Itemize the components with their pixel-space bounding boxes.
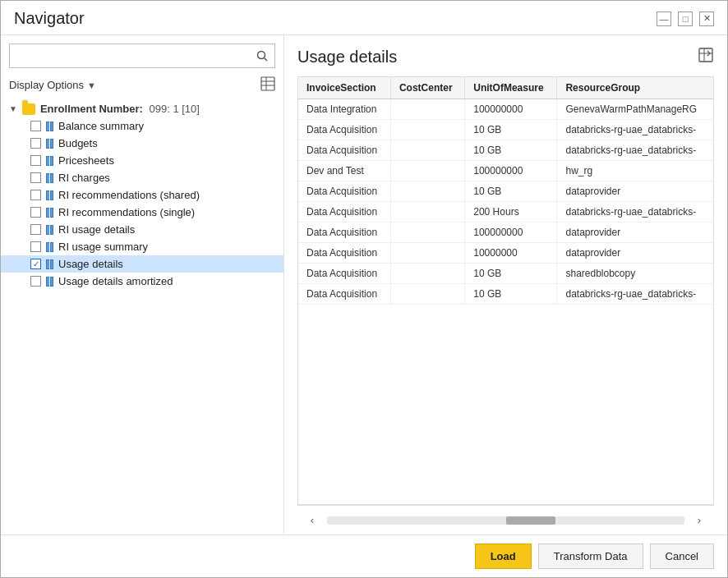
cancel-button[interactable]: Cancel <box>650 544 714 569</box>
table-row: Data Acquisition10 GBdatabricks-rg-uae_d… <box>298 120 713 140</box>
tree-item-ri-usage-details[interactable]: RI usage details <box>1 221 283 238</box>
table-row: Data Integration100000000GenevaWarmPathM… <box>298 99 713 120</box>
table-cell: Data Acquisition <box>298 264 390 284</box>
right-title: Usage details <box>297 48 397 67</box>
navigator-dialog: Navigator — □ ✕ Displa <box>0 0 728 578</box>
table-cell: Data Acquisition <box>298 243 390 264</box>
tree-item-ri-charges[interactable]: RI charges <box>1 169 283 186</box>
transform-data-button[interactable]: Transform Data <box>538 544 643 569</box>
table-cell: hw_rg <box>557 161 713 181</box>
table-cell: databricks-rg-uae_databricks- <box>557 202 713 222</box>
table-row: Dev and Test100000000hw_rg <box>298 161 713 181</box>
checkbox-budgets[interactable] <box>30 138 41 149</box>
table-cell <box>390 222 464 243</box>
table-cell: dataprovider <box>557 222 713 243</box>
tree-item-balance-summary[interactable]: Balance summary <box>1 117 283 135</box>
tree-action-button[interactable] <box>260 76 275 94</box>
load-button[interactable]: Load <box>475 544 532 569</box>
search-icon <box>256 50 268 62</box>
table-cell <box>390 120 464 140</box>
checkbox-usage-details-amortized[interactable] <box>30 276 41 287</box>
table-cell: 10 GB <box>465 264 557 284</box>
data-table-wrapper: InvoiceSection CostCenter UnitOfMeasure … <box>297 76 714 505</box>
tree-item-ri-usage-summary[interactable]: RI usage summary <box>1 238 283 255</box>
table-cell: Data Integration <box>298 99 390 120</box>
table-cell: 10 GB <box>465 140 557 161</box>
checkbox-usage-details[interactable] <box>30 259 41 269</box>
checkbox-ri-charges[interactable] <box>30 172 41 183</box>
table-cell: databricks-rg-uae_databricks- <box>557 284 713 305</box>
table-row: Data Acquisition10000000dataprovider <box>298 243 713 264</box>
minimize-button[interactable]: — <box>657 11 671 26</box>
table-cell: databricks-rg-uae_databricks- <box>557 120 713 140</box>
tree-item-usage-details[interactable]: Usage details <box>1 255 283 273</box>
table-cell: dataprovider <box>557 243 713 264</box>
svg-rect-6 <box>699 48 712 62</box>
label-ri-usage-details: RI usage details <box>58 223 135 236</box>
tree: ▼ Enrollment Number: 099: 1 [10] Balance… <box>1 100 283 534</box>
tree-item-ri-rec-single[interactable]: RI recommendations (single) <box>1 204 283 221</box>
table-cell <box>390 264 464 284</box>
search-button[interactable] <box>250 44 274 67</box>
dialog-footer: Load Transform Data Cancel <box>1 534 727 577</box>
scroll-right-button[interactable]: › <box>691 512 707 529</box>
checkbox-ri-usage-details[interactable] <box>30 224 41 235</box>
dialog-title: Navigator <box>14 9 85 28</box>
close-button[interactable]: ✕ <box>699 11 714 26</box>
scroll-thumb[interactable] <box>506 516 555 525</box>
export-button[interactable] <box>698 47 714 67</box>
checkbox-ri-usage-summary[interactable] <box>30 241 41 252</box>
window-controls: — □ ✕ <box>657 11 714 26</box>
table-icon-ri-usage-summary <box>46 242 53 252</box>
checkbox-ri-rec-shared[interactable] <box>30 190 41 200</box>
table-icon-budgets <box>46 139 53 149</box>
right-header: Usage details <box>297 47 714 67</box>
table-cell: Dev and Test <box>298 161 390 181</box>
tree-item-ri-rec-shared[interactable]: RI recommendations (shared) <box>1 186 283 204</box>
table-icon-ri-usage-details <box>46 225 53 235</box>
table-row: Data Acquisition200 Hoursdatabricks-rg-u… <box>298 202 713 222</box>
table-cell <box>390 284 464 305</box>
table-cell: Data Acquisition <box>298 181 390 202</box>
tree-item-budgets[interactable]: Budgets <box>1 135 283 152</box>
table-row: Data Acquisition100000000dataprovider <box>298 222 713 243</box>
tree-item-pricesheets[interactable]: Pricesheets <box>1 152 283 169</box>
search-input[interactable] <box>10 46 250 67</box>
checkbox-pricesheets[interactable] <box>30 155 41 166</box>
table-row: Data Acquisition10 GBdatabricks-rg-uae_d… <box>298 140 713 161</box>
search-row <box>9 44 275 68</box>
scroll-track[interactable] <box>327 516 684 525</box>
table-cell <box>390 202 464 222</box>
table-cell <box>390 243 464 264</box>
left-panel: Display Options ▼ ▼ <box>1 35 284 534</box>
label-ri-rec-shared: RI recommendations (shared) <box>58 189 200 201</box>
restore-button[interactable]: □ <box>678 11 693 26</box>
col-header-cost-center: CostCenter <box>390 77 464 99</box>
svg-point-0 <box>258 52 265 59</box>
table-cell: sharedblobcopy <box>557 264 713 284</box>
table-cell: 100000000 <box>465 222 557 243</box>
table-cell: 10 GB <box>465 181 557 202</box>
label-pricesheets: Pricesheets <box>58 154 114 167</box>
tree-item-usage-details-amortized[interactable]: Usage details amortized <box>1 273 283 290</box>
table-icon-ri-charges <box>46 173 53 183</box>
enrollment-text: Enrollment Number: <box>40 103 143 115</box>
display-options-button[interactable]: Display Options ▼ <box>9 79 96 91</box>
checkbox-ri-rec-single[interactable] <box>30 207 41 218</box>
scroll-left-button[interactable]: ‹ <box>304 512 320 529</box>
table-cell <box>390 140 464 161</box>
table-icon-balance-summary <box>46 122 53 131</box>
label-usage-details-amortized: Usage details amortized <box>58 275 173 287</box>
enrollment-value: 099: 1 [10] <box>150 103 200 115</box>
label-ri-rec-single: RI recommendations (single) <box>58 206 195 218</box>
table-header-row: InvoiceSection CostCenter UnitOfMeasure … <box>298 77 713 99</box>
label-budgets: Budgets <box>58 137 98 149</box>
table-icon-usage-details-amortized <box>46 277 53 287</box>
table-cell: Data Acquisition <box>298 284 390 305</box>
table-cell <box>390 161 464 181</box>
checkbox-balance-summary[interactable] <box>30 121 41 131</box>
table-cell: Data Acquisition <box>298 222 390 243</box>
data-table: InvoiceSection CostCenter UnitOfMeasure … <box>298 77 713 305</box>
collapse-arrow: ▼ <box>9 104 17 113</box>
table-cell: 10 GB <box>465 120 557 140</box>
